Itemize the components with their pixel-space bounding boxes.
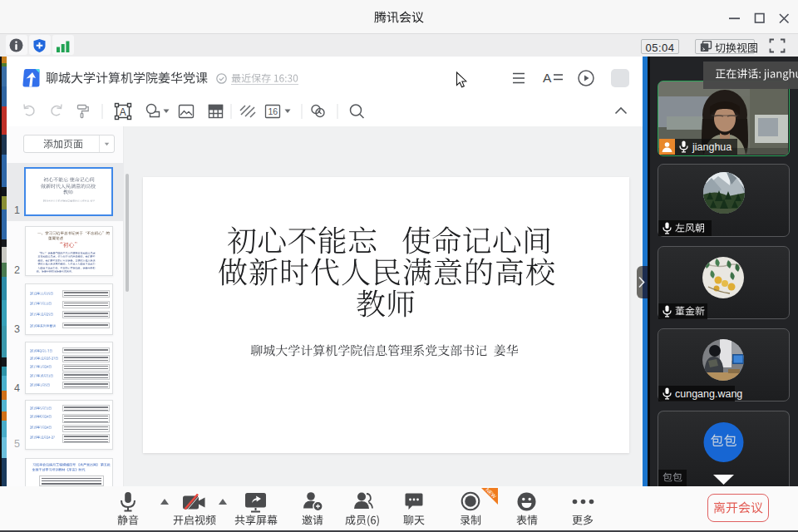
svg-text:16: 16 xyxy=(268,106,278,116)
svg-text:A: A xyxy=(120,106,126,118)
